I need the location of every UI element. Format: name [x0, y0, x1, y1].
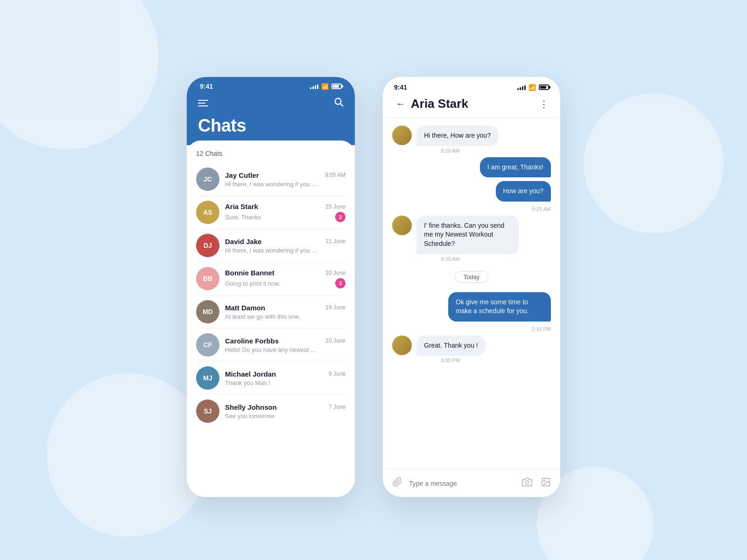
chat-name-row: Caroline Forbbs 10 June: [225, 337, 345, 345]
chats-count: 12 Chats: [187, 150, 355, 163]
contact-name: Aria Stark: [407, 97, 539, 111]
chat-time: 20 June: [325, 270, 345, 276]
status-time-chats: 9:41: [200, 83, 213, 90]
attach-button[interactable]: [390, 475, 404, 491]
chat-time: 10 June: [325, 337, 345, 344]
svg-line-1: [340, 104, 343, 106]
message-bubble: Great. Thank you !: [416, 336, 486, 356]
chat-item-matt-damon[interactable]: MD Matt Damon 19 June At least we go wit…: [187, 295, 355, 328]
chat-item-aria-stark[interactable]: AS Aria Stark 25 June Sure, Thanks 2: [187, 196, 355, 229]
chats-list: JC Jay Cutler 9:05 AM Hi there, I was wo…: [187, 163, 355, 427]
chat-preview: Thank you Man !: [225, 379, 270, 386]
message-bubble: I' fine thanks. Can you send me my Newes…: [416, 216, 519, 254]
message-msg4: I' fine thanks. Can you send me my Newes…: [392, 216, 551, 262]
unread-badge: 3: [335, 278, 345, 288]
chat-time: 9:05 AM: [325, 172, 345, 178]
chat-info-bonnie-bannet: Bonnie Bannet 20 June Going to print it …: [225, 269, 345, 288]
chat-preview: See you tomorrow: [225, 413, 275, 420]
chat-name-row: Michael Jordan 9 June: [225, 370, 345, 378]
message-time: 3:30 PM: [441, 357, 486, 363]
camera-button[interactable]: [520, 475, 534, 491]
chat-name: Michael Jordan: [225, 370, 276, 378]
today-pill: Today: [455, 271, 489, 283]
chat-preview-row: Hello! Do you have any newest style.: [225, 346, 345, 353]
chat-info-david-jake: David Jake 21 June Hi there, I was wonde…: [225, 238, 345, 254]
chat-time: 21 June: [325, 238, 345, 245]
message-input[interactable]: [409, 480, 515, 487]
bg-decoration-2: [47, 373, 210, 537]
chat-info-caroline-forbbs: Caroline Forbbs 10 June Hello! Do you ha…: [225, 337, 345, 353]
message-msg2: I am great, Thanks!: [392, 157, 551, 178]
chat-preview: At least we go with this one.: [225, 313, 300, 320]
message-avatar: [392, 216, 412, 235]
chat-time: 25 June: [325, 203, 345, 210]
message-content: I' fine thanks. Can you send me my Newes…: [416, 216, 519, 262]
menu-button[interactable]: [198, 100, 208, 106]
svg-point-4: [543, 480, 545, 481]
svg-point-2: [525, 481, 529, 484]
chat-preview-row: Hi there, I was wondering if you could..…: [225, 181, 345, 188]
wifi-icon-chats: 📶: [321, 83, 329, 90]
chat-time: 19 June: [325, 304, 345, 311]
chat-preview: Sure, Thanks: [225, 214, 261, 221]
wifi-icon-conversation: 📶: [529, 84, 536, 91]
battery-icon-chats: [331, 84, 342, 89]
chat-name-row: Shelly Johnson 7 June: [225, 403, 345, 411]
phones-container: 9:41 📶: [187, 77, 560, 497]
chat-item-david-jake[interactable]: DJ David Jake 21 June Hi there, I was wo…: [187, 229, 355, 262]
avatar-matt-damon: MD: [196, 300, 219, 323]
message-avatar: [392, 126, 412, 145]
chat-name-row: David Jake 21 June: [225, 238, 345, 245]
message-input-bar: [383, 469, 560, 497]
avatar-aria-stark: AS: [196, 201, 219, 224]
chat-name-row: Jay Cutler 9:05 AM: [225, 171, 345, 179]
message-msg1: Hi there, How are you? 9:20 AM: [392, 126, 551, 154]
today-divider: Today: [392, 271, 551, 283]
search-button[interactable]: [333, 97, 344, 109]
chat-item-jay-cutler[interactable]: JC Jay Cutler 9:05 AM Hi there, I was wo…: [187, 163, 355, 196]
chat-name: Aria Stark: [225, 203, 258, 210]
message-msg3: How are you? 9:25 AM: [392, 181, 551, 212]
gallery-button[interactable]: [539, 475, 553, 491]
more-options-button[interactable]: ⋮: [539, 98, 549, 110]
message-bubble: How are you?: [496, 181, 551, 202]
chat-preview-row: Sure, Thanks 2: [225, 212, 345, 222]
status-icons-conversation: 📶: [517, 84, 549, 91]
chat-name-row: Aria Stark 25 June: [225, 203, 345, 210]
chat-preview-row: Hi there, I was wondering if you could..…: [225, 247, 345, 254]
chats-header: 9:41 📶: [187, 77, 355, 145]
status-time-conversation: 9:41: [394, 84, 407, 91]
status-bar-chats: 9:41 📶: [198, 77, 344, 92]
avatar-caroline-forbbs: CF: [196, 333, 219, 357]
avatar-jay-cutler: JC: [196, 168, 219, 191]
chat-preview: Hi there, I was wondering if you could..…: [225, 181, 318, 188]
avatar-david-jake: DJ: [196, 234, 219, 257]
chat-info-aria-stark: Aria Stark 25 June Sure, Thanks 2: [225, 203, 345, 222]
chat-time: 7 June: [329, 404, 345, 410]
chat-name: Shelly Johnson: [225, 403, 277, 411]
phone-conversation: 9:41 📶 ← Aria Stark ⋮: [383, 77, 560, 497]
chat-preview-row: Going to print it now. 3: [225, 278, 345, 288]
message-time: 9:20 AM: [441, 148, 498, 154]
chat-item-michael-jordan[interactable]: MJ Michael Jordan 9 June Thank you Man !: [187, 362, 355, 394]
chats-header-top: [198, 92, 344, 113]
chat-info-jay-cutler: Jay Cutler 9:05 AM Hi there, I was wonde…: [225, 171, 345, 188]
message-time: 9:20 AM: [441, 256, 519, 262]
chat-time: 9 June: [329, 371, 345, 377]
chat-item-shelly-johnson[interactable]: SJ Shelly Johnson 7 June See you tomorro…: [187, 395, 355, 427]
back-button[interactable]: ←: [394, 97, 407, 111]
chat-info-matt-damon: Matt Damon 19 June At least we go with t…: [225, 304, 345, 320]
unread-badge: 2: [335, 212, 345, 222]
status-bar-conversation: 9:41 📶: [383, 77, 560, 94]
message-bubble: Ok give me some time to make a schedule …: [448, 292, 551, 322]
bg-decoration-1: [0, 0, 159, 149]
messages-area: Hi there, How are you? 9:20 AM I am grea…: [383, 118, 560, 469]
chat-name: David Jake: [225, 238, 261, 245]
chat-item-bonnie-bannet[interactable]: BB Bonnie Bannet 20 June Going to print …: [187, 262, 355, 295]
chat-preview-row: Thank you Man !: [225, 379, 345, 386]
chat-name: Bonnie Bannet: [225, 269, 275, 277]
message-avatar: [392, 336, 412, 355]
bg-decoration-3: [584, 93, 724, 233]
avatar-shelly-johnson: SJ: [196, 399, 219, 423]
chat-item-caroline-forbbs[interactable]: CF Caroline Forbbs 10 June Hello! Do you…: [187, 329, 355, 361]
